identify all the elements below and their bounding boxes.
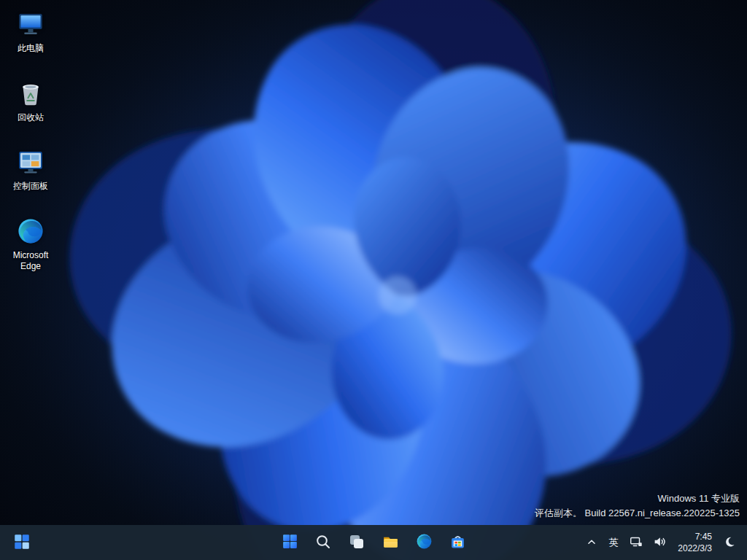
tray-time: 7:45 — [695, 532, 712, 542]
wallpaper-bloom-image — [0, 0, 747, 560]
this-pc-icon — [15, 9, 46, 39]
microsoft-store-button[interactable] — [443, 528, 472, 557]
microsoft-edge-icon — [415, 532, 433, 553]
desktop-icon-control-panel[interactable]: 控制面板 — [3, 144, 58, 195]
language-indicator[interactable]: 英 — [603, 528, 624, 557]
control-panel-icon — [15, 147, 46, 177]
microsoft-edge-icon — [15, 216, 46, 246]
moon-icon — [723, 535, 736, 551]
tray-date: 2022/3/3 — [678, 543, 712, 554]
focus-assist-button[interactable] — [719, 528, 740, 557]
file-explorer-icon — [382, 532, 400, 553]
language-label: 英 — [609, 536, 619, 549]
file-explorer-button[interactable] — [376, 528, 405, 557]
widgets-button[interactable] — [7, 528, 36, 557]
microsoft-store-icon — [449, 532, 467, 553]
clock[interactable]: 7:45 2022/3/3 — [672, 528, 718, 557]
desktop-icon-recycle-bin[interactable]: 回收站 — [3, 75, 58, 127]
evaluation-watermark: Windows 11 专业版 评估副本。 Build 22567.ni_rele… — [535, 491, 740, 521]
desktop-icon-list: 此电脑 回收站 — [3, 6, 58, 276]
taskbar-center — [275, 528, 472, 557]
recycle-bin-icon — [15, 78, 46, 109]
desktop-icon-label: 控制面板 — [13, 181, 48, 192]
start-button[interactable] — [275, 528, 304, 557]
search-button[interactable] — [309, 528, 338, 557]
watermark-build: 评估副本。 Build 22567.ni_release.220225-1325 — [535, 506, 740, 521]
task-view-button[interactable] — [342, 528, 371, 557]
desktop-icon-label: 此电脑 — [18, 43, 44, 55]
task-view-icon — [348, 533, 365, 553]
widgets-icon — [12, 532, 31, 553]
desktop-icon-label: 回收站 — [18, 112, 44, 124]
watermark-edition: Windows 11 专业版 — [535, 491, 740, 506]
desktop-icon-label: Microsoft Edge — [4, 250, 57, 273]
desktop[interactable]: 此电脑 回收站 — [0, 0, 747, 560]
taskbar-left — [7, 528, 36, 557]
taskbar: 英 — [0, 525, 747, 560]
search-icon — [314, 533, 332, 553]
chevron-up-icon — [585, 535, 598, 551]
speaker-icon — [652, 534, 667, 551]
system-tray: 英 — [581, 528, 740, 557]
windows-logo-icon — [281, 532, 299, 553]
edge-taskbar-button[interactable] — [409, 528, 438, 557]
network-icon — [629, 534, 643, 551]
network-button[interactable] — [625, 528, 647, 557]
volume-button[interactable] — [649, 528, 670, 557]
desktop-icon-microsoft-edge[interactable]: Microsoft Edge — [3, 213, 58, 276]
desktop-icon-this-pc[interactable]: 此电脑 — [3, 6, 58, 58]
tray-overflow-button[interactable] — [581, 528, 602, 557]
